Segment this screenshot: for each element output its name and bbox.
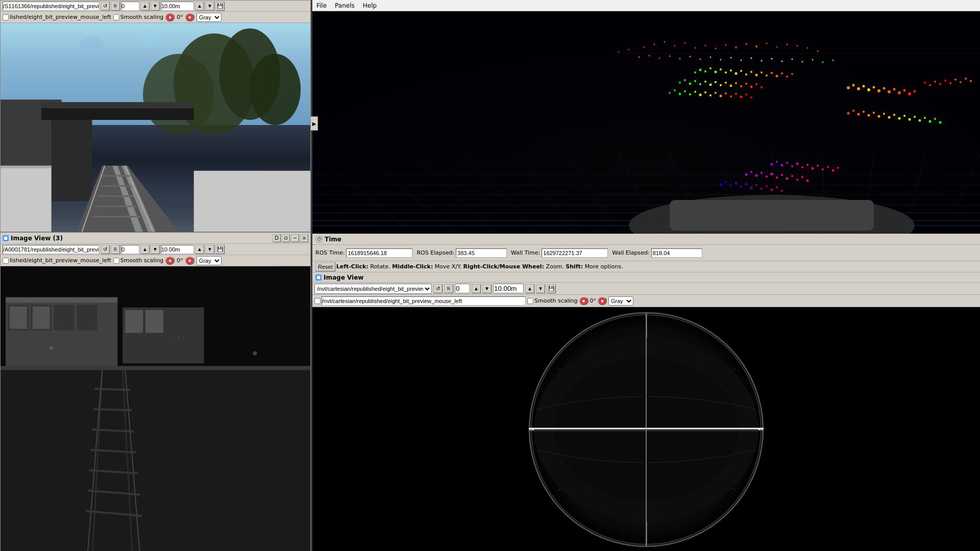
svg-point-139 [689, 93, 691, 95]
checkbox1-tl[interactable]: lished/eight_bit_preview_mouse_left [3, 14, 111, 20]
win-ctrl-close[interactable]: × [300, 234, 308, 242]
win-ctrl-d[interactable]: D [273, 234, 281, 242]
topic-input-iv[interactable]: /nvt/cartesian/republished/eight_bit_pre… [322, 296, 526, 306]
svg-point-202 [898, 91, 901, 94]
save-btn-bl[interactable]: 💾 [215, 245, 225, 254]
frame-down-iv[interactable]: ▼ [482, 284, 492, 293]
smooth-scaling-input-bl[interactable] [113, 258, 119, 264]
copy-button-tl[interactable]: ⎘ [111, 2, 120, 11]
rotate-btn-iv[interactable]: ● [598, 297, 607, 305]
smooth-scaling-label-bl: Smooth scaling [120, 257, 164, 264]
color-btn-tl[interactable]: ● [165, 13, 175, 21]
win-ctrl-record[interactable]: ⊙ [282, 234, 290, 242]
frame-num-tl[interactable]: 0 [121, 2, 139, 11]
smooth-scaling-input-iv[interactable] [527, 298, 533, 304]
svg-point-216 [847, 112, 850, 115]
image-view-section: ■ Image View /nvt/cartesian/republished/… [312, 272, 980, 307]
svg-point-245 [741, 60, 742, 61]
wall-elapsed-label: Wall Elapsed: [612, 249, 649, 256]
svg-point-251 [802, 61, 803, 63]
frame-num-bl[interactable]: 0 [121, 245, 139, 254]
rotate-btn-bl[interactable]: ● [185, 257, 194, 265]
checkbox1-bl[interactable]: lished/eight_bit_preview_mouse_left [3, 257, 111, 264]
refresh-button-bl[interactable]: ↺ [101, 245, 110, 254]
copy-button-bl[interactable]: ⎘ [111, 245, 120, 254]
win-ctrl-min[interactable]: − [291, 234, 299, 242]
checkbox1-input-bl[interactable] [3, 258, 9, 264]
svg-point-210 [944, 80, 946, 82]
time-up-iv[interactable]: ▲ [525, 284, 534, 293]
svg-point-108 [745, 73, 747, 76]
time-down-iv[interactable]: ▼ [536, 284, 545, 293]
frame-down-bl[interactable]: ▼ [151, 245, 160, 254]
panel-title-bl: Image View (3) [11, 235, 63, 242]
rotate-btn-tl[interactable]: ● [185, 13, 194, 21]
svg-rect-32 [33, 307, 50, 329]
svg-point-154 [781, 164, 783, 167]
frame-up-iv[interactable]: ▲ [472, 284, 481, 293]
panel-top-left: /S1161366/republished/eight_bit_preview … [0, 0, 311, 232]
frame-up-bl[interactable]: ▲ [140, 245, 150, 254]
time-bl[interactable]: 10.00m [161, 245, 194, 254]
image-view-path-select[interactable]: /nvt/cartesian/republished/eight_bit_pre… [314, 284, 432, 294]
svg-point-184 [745, 183, 747, 185]
svg-point-159 [806, 164, 808, 166]
svg-point-145 [720, 95, 722, 97]
ros-elapsed-value[interactable]: 383.45 [456, 248, 507, 258]
frame-num-iv[interactable]: 0 [455, 284, 470, 293]
frame-down-tl[interactable]: ▼ [151, 2, 160, 11]
window-controls-bl: D ⊙ − × [273, 234, 308, 242]
svg-point-212 [954, 79, 957, 81]
time-up-bl[interactable]: ▲ [195, 245, 204, 254]
checkbox2-bl[interactable]: Smooth scaling [113, 257, 164, 264]
svg-point-102 [715, 71, 717, 73]
panel-icon-bl: ■ [3, 235, 9, 241]
refresh-button-iv[interactable]: ↺ [433, 284, 443, 293]
checkbox2-tl[interactable]: Smooth scaling [113, 14, 164, 20]
menu-file[interactable]: File [316, 2, 327, 9]
svg-point-228 [909, 118, 911, 121]
time-down-bl[interactable]: ▼ [205, 245, 214, 254]
svg-point-181 [730, 185, 732, 187]
ros-time-value[interactable]: 1618915646.18 [346, 248, 412, 258]
panel-top-toolbar: /S1161366/republished/eight_bit_preview … [1, 1, 310, 12]
color-mode-iv[interactable]: Gray Color [608, 296, 633, 306]
topic-checkbox-iv[interactable]: /nvt/cartesian/republished/eight_bit_pre… [314, 296, 526, 306]
svg-point-105 [730, 69, 732, 71]
topic-checkbox-input-iv[interactable] [314, 298, 321, 304]
color-mode-bl[interactable]: Gray Color [197, 256, 222, 265]
svg-point-111 [761, 71, 763, 73]
time-icon: ⏱ [315, 236, 323, 243]
color-btn-bl[interactable]: ● [165, 257, 175, 265]
save-btn-iv[interactable]: 💾 [547, 284, 556, 293]
time-up-tl[interactable]: ▲ [195, 2, 204, 11]
time-tl[interactable]: 10.00m [161, 2, 194, 11]
copy-button-iv[interactable]: ⎘ [444, 284, 453, 293]
checkbox1-input-tl[interactable] [3, 14, 9, 20]
svg-point-118 [679, 82, 681, 84]
svg-point-176 [796, 179, 798, 181]
frame-up-tl[interactable]: ▲ [140, 2, 150, 11]
wall-time-value[interactable]: 1629722271.37 [542, 248, 608, 258]
svg-point-126 [720, 84, 722, 86]
top-left-path-input[interactable]: /S1161366/republished/eight_bit_preview [3, 2, 100, 11]
svg-point-110 [755, 74, 758, 77]
save-btn-tl[interactable]: 💾 [215, 2, 225, 11]
color-mode-tl[interactable]: Gray Color [197, 13, 222, 22]
refresh-button-tl[interactable]: ↺ [101, 2, 110, 11]
color-btn-iv[interactable]: ● [579, 297, 589, 305]
reset-button[interactable]: Reset [315, 262, 335, 271]
svg-point-253 [822, 62, 824, 63]
bottom-left-path-input[interactable]: /A0001781/republished/eight_bit_preview [3, 245, 100, 254]
smooth-scaling-input-tl[interactable] [113, 14, 119, 20]
rotation-iv: 0° [590, 297, 597, 304]
svg-point-133 [755, 83, 757, 85]
collapse-arrow[interactable]: ▶ [311, 116, 318, 131]
time-down-tl[interactable]: ▼ [205, 2, 214, 11]
wall-elapsed-value[interactable]: 818.04 [651, 248, 702, 258]
svg-point-207 [929, 84, 931, 86]
menu-panels[interactable]: Panels [335, 2, 355, 9]
smooth-scaling-iv[interactable]: Smooth scaling [527, 297, 578, 304]
time-iv[interactable]: 10.00m [493, 284, 524, 293]
menu-help[interactable]: Help [363, 2, 377, 9]
